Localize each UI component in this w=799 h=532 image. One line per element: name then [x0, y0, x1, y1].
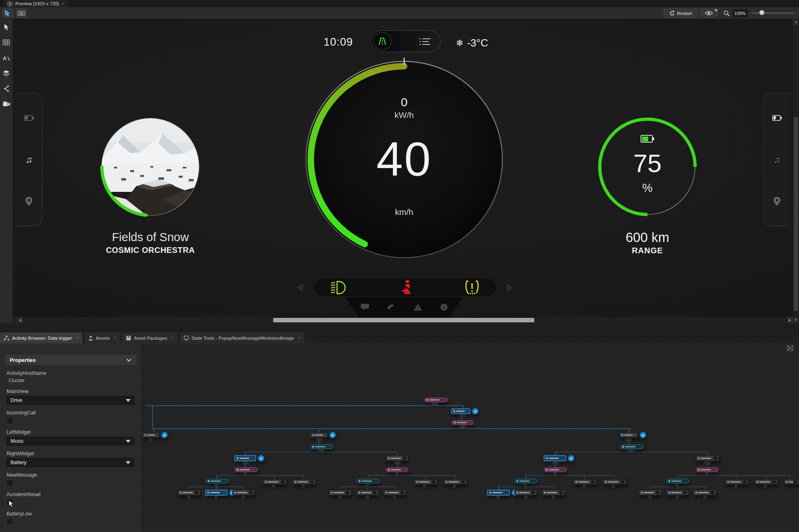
fit-to-view-button[interactable] [786, 345, 794, 352]
restart-button[interactable]: Restart [664, 8, 698, 18]
navigation-widget-icon[interactable] [23, 195, 35, 207]
graph-node[interactable] [329, 490, 351, 495]
graph-node[interactable] [143, 432, 168, 438]
graph-node[interactable] [573, 479, 597, 484]
navigation-widget-icon[interactable] [771, 195, 783, 207]
graph-node[interactable] [205, 490, 236, 496]
close-icon[interactable]: × [298, 336, 300, 340]
graph-node[interactable] [310, 432, 336, 438]
graph-node[interactable] [696, 468, 718, 472]
graph-node[interactable] [603, 479, 626, 484]
graph-node[interactable] [620, 445, 643, 449]
graph-node[interactable] [487, 490, 518, 496]
graph-node[interactable] [725, 479, 748, 484]
graph-node[interactable] [414, 479, 437, 484]
panel-tab[interactable]: State Tools - PopupNewMessageMinimizedIm… [180, 332, 304, 343]
property-dropdown[interactable]: Music [6, 437, 135, 446]
graph-node[interactable] [639, 490, 661, 495]
graph-node[interactable] [235, 468, 257, 472]
graph-node[interactable] [386, 468, 408, 472]
warning-next-arrow[interactable] [507, 283, 513, 292]
graph-node[interactable] [514, 479, 537, 483]
layers-tool-button[interactable] [2, 68, 11, 78]
battery-widget-icon[interactable] [23, 112, 35, 124]
graph-node[interactable] [755, 479, 778, 484]
interaction-tool-button[interactable] [2, 8, 13, 18]
graph-node[interactable] [310, 445, 333, 449]
grid-view-button[interactable] [2, 38, 11, 47]
property-dropdown[interactable]: Battery [6, 458, 135, 467]
graph-node[interactable] [544, 455, 574, 461]
properties-header-label: Properties [10, 357, 36, 363]
graph-node[interactable] [263, 479, 286, 484]
graph-node[interactable] [178, 490, 200, 495]
graph-node[interactable] [386, 456, 408, 461]
graph-node[interactable] [544, 468, 567, 472]
graph-node[interactable] [620, 432, 646, 438]
scroll-right-arrow[interactable]: ▶ [787, 317, 793, 323]
keyboard-tool-button[interactable] [16, 8, 27, 18]
scroll-down-arrow[interactable]: ▼ [793, 317, 799, 323]
close-icon[interactable]: × [114, 336, 116, 340]
property-dropdown[interactable]: Drive [6, 396, 135, 405]
music-widget-icon[interactable]: ♫ [771, 154, 783, 166]
graph-node[interactable] [666, 490, 689, 495]
node-action-button[interactable] [330, 432, 336, 438]
zoom-slider-track[interactable] [751, 13, 795, 14]
preview-tab[interactable]: Preview [1920 x 720] × [4, 0, 67, 7]
camera-tool-button[interactable] [2, 99, 11, 109]
horizontal-scroll-thumb[interactable] [273, 318, 534, 322]
graph-node[interactable] [232, 490, 255, 495]
zoom-value-field[interactable]: 100% [732, 9, 748, 17]
music-widget-icon[interactable]: ♫ [23, 154, 35, 166]
graph-node[interactable] [451, 408, 479, 414]
graph-node[interactable] [384, 490, 406, 495]
node-badge [525, 496, 527, 498]
preview-visibility-button[interactable] [700, 8, 718, 18]
graph-node[interactable] [666, 479, 689, 483]
node-action-button[interactable] [162, 432, 168, 438]
panel-tab[interactable]: Assets× [84, 332, 120, 343]
node-action-button[interactable] [640, 432, 646, 438]
activity-graph-canvas[interactable] [141, 343, 799, 532]
warning-prev-arrow[interactable] [297, 283, 303, 292]
graph-node[interactable] [514, 490, 537, 495]
graph-node[interactable] [206, 479, 228, 483]
node-action-button[interactable] [258, 455, 264, 461]
scroll-up-arrow[interactable]: ▲ [793, 19, 799, 25]
node-label-text [492, 492, 502, 493]
graph-node[interactable] [452, 421, 474, 425]
graph-node[interactable] [235, 455, 264, 461]
graph-node[interactable] [696, 456, 719, 461]
graph-node[interactable] [293, 479, 316, 484]
panel-tab[interactable]: Asset Packages× [122, 332, 177, 343]
close-icon[interactable]: × [171, 336, 174, 340]
zoom-slider-thumb[interactable] [759, 10, 764, 15]
property-checkbox[interactable] [6, 518, 13, 525]
connection-tool-button[interactable] [2, 84, 11, 93]
node-label-text [698, 492, 708, 493]
scroll-left-arrow[interactable]: ◀ [17, 317, 23, 323]
property-checkbox[interactable] [6, 479, 13, 486]
close-icon[interactable]: × [61, 1, 64, 6]
property-checkbox[interactable] [6, 417, 13, 424]
graph-node[interactable] [694, 490, 716, 495]
property-label: BatteryLow [6, 511, 135, 517]
text-tool-button[interactable]: A [2, 53, 11, 63]
graph-node[interactable] [784, 479, 799, 484]
panel-tab[interactable]: Activity Browser: Data trigger× [0, 332, 82, 343]
battery-widget-icon[interactable] [771, 112, 783, 124]
node-badge [628, 449, 630, 452]
node-action-button[interactable] [472, 408, 479, 414]
select-tool-button[interactable] [2, 22, 11, 32]
graph-node[interactable] [542, 490, 565, 495]
view-mode-toggle[interactable] [371, 30, 441, 52]
graph-node[interactable] [357, 479, 379, 483]
close-icon[interactable]: × [76, 336, 78, 340]
node-action-button[interactable] [568, 455, 574, 461]
graph-node[interactable] [424, 398, 447, 402]
graph-node[interactable] [356, 490, 378, 495]
properties-header[interactable]: Properties [5, 355, 136, 365]
vertical-scroll-thumb[interactable] [794, 117, 798, 311]
graph-node[interactable] [444, 479, 467, 484]
